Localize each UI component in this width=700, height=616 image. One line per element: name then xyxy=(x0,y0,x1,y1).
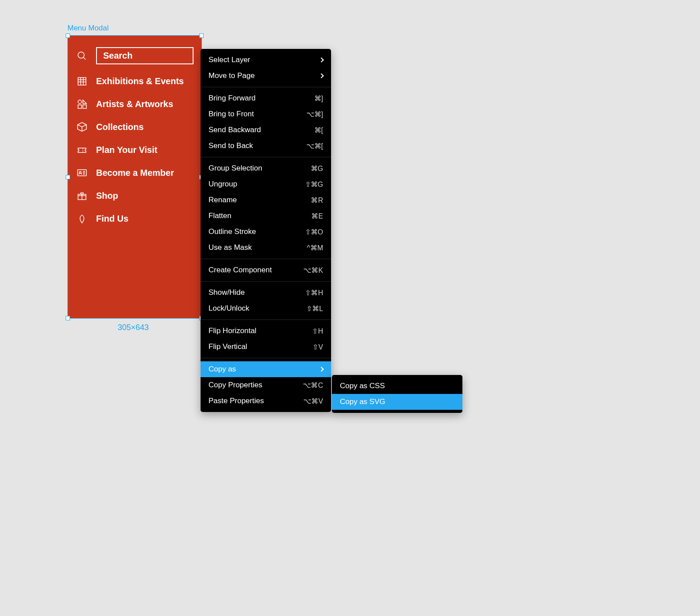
ctx-item-label: Outline Stroke xyxy=(209,227,256,236)
ctx-item-shortcut: ⌘] xyxy=(314,94,323,103)
ctx-item-label: Select Layer xyxy=(209,56,250,64)
ctx-item-shortcut: ⌥⌘C xyxy=(303,381,323,390)
ctx-item-shortcut: ⇧⌘H xyxy=(305,289,323,297)
chevron-right-icon xyxy=(319,73,324,78)
resize-handle-top-right[interactable] xyxy=(199,33,204,38)
resize-handle-mid-left[interactable] xyxy=(66,175,70,179)
mockup-item-collections: Collections xyxy=(76,115,194,138)
ctx-item[interactable]: Rename⌘R xyxy=(201,192,331,208)
ctx-item[interactable]: Paste Properties⌥⌘V xyxy=(201,393,331,409)
ctx-item-label: Rename xyxy=(209,196,237,204)
ctx-item-label: Copy as xyxy=(209,365,236,374)
mockup-menu: Search Exhibitions & Events Artists & Ar… xyxy=(68,36,201,236)
ctx-item-label: Show/Hide xyxy=(209,288,245,297)
resize-handle-top-left[interactable] xyxy=(66,33,70,38)
ctx-item[interactable]: Copy as xyxy=(201,361,331,377)
ctx-item-shortcut: ⌥⌘] xyxy=(306,110,323,119)
ctx-item-label: Bring to Front xyxy=(209,110,254,119)
frame-name-label[interactable]: Menu Modal xyxy=(67,24,109,33)
submenu-item-label: Copy as SVG xyxy=(340,397,385,406)
ctx-item-shortcut: ⌥⌘[ xyxy=(306,142,323,150)
ctx-item[interactable]: Show/Hide⇧⌘H xyxy=(201,285,331,301)
ctx-item-label: Bring Forward xyxy=(209,94,256,103)
ctx-item-shortcut: ⌥⌘V xyxy=(303,397,323,405)
mockup-item-member: Become a Member xyxy=(76,161,194,184)
gift-icon xyxy=(76,189,88,202)
mockup-item-label: Plan Your Visit xyxy=(96,145,157,155)
ctx-item[interactable]: Flatten⌘E xyxy=(201,208,331,224)
ctx-item[interactable]: Flip Horizontal⇧H xyxy=(201,323,331,339)
ctx-item-shortcut: ⇧⌘G xyxy=(305,180,323,189)
ctx-item-label: Flatten xyxy=(209,212,231,220)
cube-icon xyxy=(76,121,88,133)
mockup-item-label: Collections xyxy=(96,122,144,132)
calendar-icon xyxy=(76,75,88,87)
ctx-item-label: Lock/Unlock xyxy=(209,304,249,313)
ctx-item-label: Send Backward xyxy=(209,126,261,134)
ctx-item[interactable]: Use as Mask^⌘M xyxy=(201,240,331,256)
search-input-label: Search xyxy=(96,47,194,64)
svg-marker-8 xyxy=(83,100,86,104)
ticket-icon xyxy=(76,144,88,156)
ctx-item-label: Move to Page xyxy=(209,71,255,80)
mockup-item-label: Artists & Artworks xyxy=(96,99,173,109)
ctx-item-label: Group Selection xyxy=(209,164,262,173)
selected-frame[interactable]: Search Exhibitions & Events Artists & Ar… xyxy=(67,35,202,319)
ctx-item-shortcut: ⌘R xyxy=(311,196,323,204)
submenu-item[interactable]: Copy as SVG xyxy=(332,394,462,410)
ctx-item[interactable]: Create Component⌥⌘K xyxy=(201,262,331,278)
ctx-item-shortcut: ⇧⌘O xyxy=(305,228,323,236)
mockup-item-artists: Artists & Artworks xyxy=(76,93,194,115)
ctx-item-label: Paste Properties xyxy=(209,397,264,405)
mockup-item-exhibitions: Exhibitions & Events xyxy=(76,70,194,93)
chevron-right-icon xyxy=(319,57,324,62)
ctx-item[interactable]: Move to Page xyxy=(201,68,331,84)
submenu-item[interactable]: Copy as CSS xyxy=(332,378,462,394)
ctx-item-shortcut: ⇧⌘L xyxy=(306,304,323,313)
mockup-item-findus: Find Us xyxy=(76,207,194,230)
ctx-item[interactable]: Send Backward⌘[ xyxy=(201,122,331,138)
mockup-item-label: Shop xyxy=(96,191,118,201)
ctx-item-label: Copy Properties xyxy=(209,381,262,390)
submenu-item-label: Copy as CSS xyxy=(340,382,385,390)
ctx-item-shortcut: ^⌘M xyxy=(307,244,323,252)
mockup-item-plan: Plan Your Visit xyxy=(76,138,194,161)
resize-handle-bottom-left[interactable] xyxy=(66,316,70,320)
mockup-item-label: Become a Member xyxy=(96,168,174,178)
ctx-item[interactable]: Bring to Front⌥⌘] xyxy=(201,106,331,122)
svg-rect-2 xyxy=(78,78,86,85)
svg-rect-9 xyxy=(78,105,82,108)
search-icon xyxy=(76,50,88,62)
ctx-item-label: Use as Mask xyxy=(209,243,252,252)
ctx-item-label: Create Component xyxy=(209,266,272,275)
svg-line-1 xyxy=(83,57,86,59)
ctx-item[interactable]: Copy Properties⌥⌘C xyxy=(201,377,331,393)
ctx-item-shortcut: ⌘G xyxy=(311,164,323,173)
context-menu[interactable]: Select LayerMove to PageBring Forward⌘]B… xyxy=(201,49,331,412)
ctx-item[interactable]: Lock/Unlock⇧⌘L xyxy=(201,301,331,316)
ctx-item-shortcut: ⌘E xyxy=(311,212,323,220)
ctx-item[interactable]: Bring Forward⌘] xyxy=(201,90,331,106)
mockup-item-label: Exhibitions & Events xyxy=(96,76,184,86)
chevron-right-icon xyxy=(319,367,324,371)
ctx-item-label: Flip Horizontal xyxy=(209,327,257,335)
ctx-item[interactable]: Send to Back⌥⌘[ xyxy=(201,138,331,154)
frame-dimensions-label: 305×643 xyxy=(118,323,149,332)
svg-point-7 xyxy=(78,100,82,104)
shapes-icon xyxy=(76,98,88,110)
copy-as-submenu[interactable]: Copy as CSSCopy as SVG xyxy=(332,375,462,413)
ctx-item-shortcut: ⌥⌘K xyxy=(303,266,323,275)
ctx-item-label: Send to Back xyxy=(209,141,253,150)
ctx-item[interactable]: Flip Vertical⇧V xyxy=(201,339,331,355)
card-icon xyxy=(76,167,88,179)
svg-point-0 xyxy=(78,52,84,58)
ctx-item[interactable]: Outline Stroke⇧⌘O xyxy=(201,224,331,240)
pin-icon xyxy=(76,212,88,225)
ctx-item-label: Flip Vertical xyxy=(209,342,247,351)
ctx-item[interactable]: Ungroup⇧⌘G xyxy=(201,176,331,192)
ctx-item[interactable]: Select Layer xyxy=(201,52,331,68)
ctx-item[interactable]: Group Selection⌘G xyxy=(201,160,331,176)
ctx-item-shortcut: ⇧V xyxy=(313,343,323,351)
svg-rect-10 xyxy=(83,105,86,108)
mockup-item-shop: Shop xyxy=(76,184,194,207)
